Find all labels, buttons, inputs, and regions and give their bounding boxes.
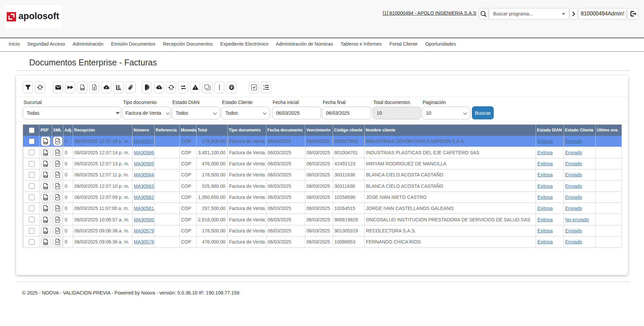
svg-text:2: 2 xyxy=(263,88,265,90)
svg-text:1: 1 xyxy=(263,85,265,87)
